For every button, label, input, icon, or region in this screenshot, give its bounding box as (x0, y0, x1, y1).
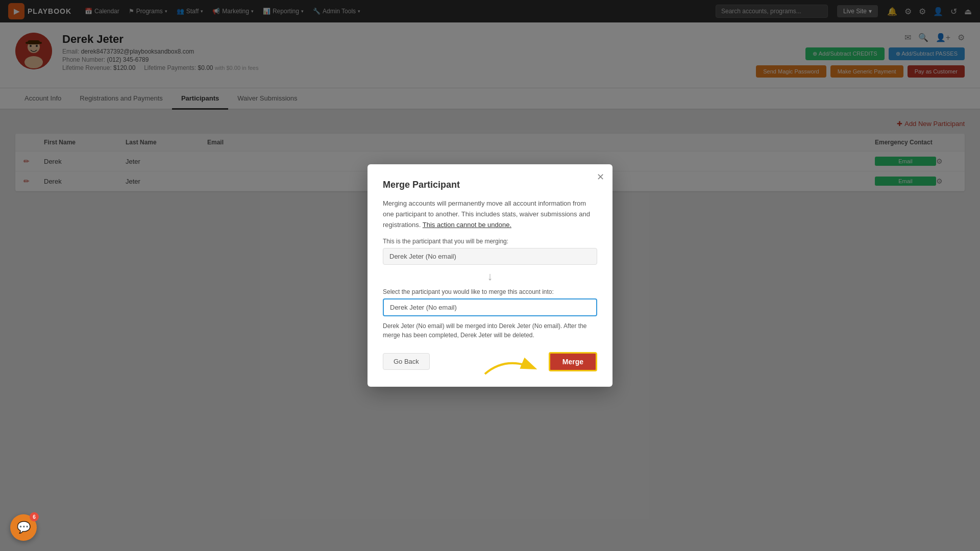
page-background: Derek Jeter Email: derek84737392@playboo… (0, 22, 980, 551)
target-label: Select the participant you would like to… (383, 288, 597, 295)
target-participant-input[interactable] (383, 298, 597, 316)
merge-participant-modal: ✕ Merge Participant Merging accounts wil… (368, 164, 612, 386)
modal-footer: Go Back Merge (383, 352, 597, 371)
chat-icon: 💬 (17, 521, 31, 534)
merge-info-text: Derek Jeter (No email) will be merged in… (383, 321, 597, 340)
go-back-button[interactable]: Go Back (383, 353, 430, 370)
modal-title: Merge Participant (383, 180, 597, 190)
merging-label: This is the participant that you will be… (383, 238, 597, 245)
merge-button[interactable]: Merge (549, 352, 597, 371)
chat-bubble[interactable]: 💬 6 (10, 514, 37, 541)
undone-warning-link[interactable]: This action cannot be undone. (423, 221, 511, 229)
modal-description: Merging accounts will permanently move a… (383, 198, 597, 230)
down-arrow-icon: ↓ (383, 270, 597, 283)
arrow-annotation (480, 354, 541, 382)
source-participant-display: Derek Jeter (No email) (383, 248, 597, 265)
modal-overlay: ✕ Merge Participant Merging accounts wil… (0, 0, 980, 551)
modal-close-button[interactable]: ✕ (597, 171, 604, 183)
chat-badge: 6 (30, 512, 39, 521)
